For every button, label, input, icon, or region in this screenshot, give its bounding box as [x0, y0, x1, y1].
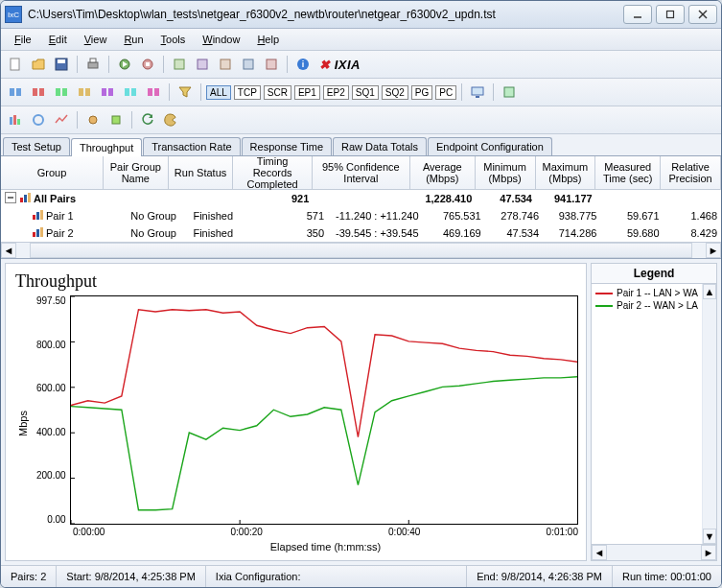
print-icon[interactable]: [82, 54, 104, 75]
run-icon[interactable]: [114, 54, 135, 75]
col-header[interactable]: Pair Group Name: [104, 156, 169, 189]
scroll-left-icon[interactable]: ◄: [592, 545, 607, 560]
table-cell: Finished: [189, 227, 251, 239]
menu-tools[interactable]: Tools: [153, 32, 194, 47]
toolbar-main: i ✖ IXIA: [1, 51, 721, 79]
group-name: All Pairs: [34, 193, 76, 204]
export-icon[interactable]: [499, 82, 520, 103]
info-icon[interactable]: i: [292, 54, 314, 75]
tool-icon-2[interactable]: [192, 54, 213, 75]
svg-point-40: [89, 116, 97, 124]
group-name: Pair 1: [46, 210, 74, 222]
pair-icon-1[interactable]: [5, 82, 26, 103]
pair-icon-6[interactable]: [120, 82, 141, 103]
menu-window[interactable]: Window: [195, 32, 247, 47]
table-cell: 47.534: [485, 227, 543, 239]
refresh-icon[interactable]: [137, 109, 158, 130]
close-button[interactable]: [688, 5, 717, 24]
results-table: GroupPair Group NameRun StatusTiming Rec…: [1, 156, 721, 259]
col-header[interactable]: Relative Precision: [661, 156, 721, 189]
col-header[interactable]: Maximum (Mbps): [536, 156, 596, 189]
menu-file[interactable]: File: [7, 32, 39, 47]
svg-rect-27: [102, 88, 106, 96]
maximize-button[interactable]: [656, 5, 685, 24]
minimize-button[interactable]: [623, 5, 652, 24]
plot-canvas[interactable]: [70, 295, 578, 525]
tool-icon-4[interactable]: [238, 54, 259, 75]
tool-icon-3[interactable]: [215, 54, 236, 75]
svg-rect-21: [33, 88, 37, 96]
view-icon-1[interactable]: [5, 109, 26, 130]
legend-item[interactable]: Pair 2 -- WAN > LAN: [595, 300, 698, 311]
pair-icon-7[interactable]: [143, 82, 164, 103]
table-row[interactable]: Pair 1No GroupFinished571-11.240 : +11.2…: [1, 207, 721, 224]
filter-tag-pc[interactable]: PC: [435, 85, 456, 100]
tab-raw-data-totals[interactable]: Raw Data Totals: [333, 137, 427, 155]
tab-endpoint-configuration[interactable]: Endpoint Configuration: [428, 137, 552, 155]
scroll-right-icon[interactable]: ►: [701, 545, 716, 560]
pair-icon-4[interactable]: [74, 82, 95, 103]
menu-help[interactable]: Help: [249, 32, 287, 47]
col-header[interactable]: Run Status: [169, 156, 234, 189]
menu-bar: FileEditViewRunToolsWindowHelp: [1, 29, 721, 51]
filter-tag-ep1[interactable]: EP1: [294, 85, 320, 100]
filter-tag-tcp[interactable]: TCP: [234, 85, 261, 100]
table-h-scrollbar[interactable]: ◄ ►: [1, 242, 721, 258]
tool-icon-1[interactable]: [169, 54, 190, 75]
col-header[interactable]: Average (Mbps): [410, 156, 476, 189]
col-header[interactable]: 95% Confidence Interval: [313, 156, 410, 189]
col-header[interactable]: Group: [1, 156, 104, 189]
svg-rect-24: [62, 88, 67, 96]
tab-response-time[interactable]: Response Time: [242, 137, 332, 155]
y-tick: 997.50: [36, 295, 66, 306]
status-end: End: 9/8/2014, 4:26:38 PM: [467, 566, 613, 587]
scroll-down-icon[interactable]: ▼: [703, 529, 716, 544]
pair-icon-3[interactable]: [51, 82, 72, 103]
scroll-up-icon[interactable]: ▲: [703, 284, 716, 299]
table-row[interactable]: All Pairs9211,228.41047.534941.177: [1, 190, 721, 207]
filter-tag-ep2[interactable]: EP2: [323, 85, 349, 100]
filter-tag-sq1[interactable]: SQ1: [352, 85, 379, 100]
group-name: Pair 2: [46, 227, 74, 239]
save-icon[interactable]: [51, 54, 72, 75]
menu-run[interactable]: Run: [116, 32, 151, 47]
new-icon[interactable]: [5, 54, 26, 75]
scroll-left-icon[interactable]: ◄: [1, 243, 16, 258]
filter-tag-sq2[interactable]: SQ2: [382, 85, 408, 100]
col-header[interactable]: Minimum (Mbps): [476, 156, 536, 189]
app-window: IxC C:\Users\Tim\Desktop\wlan_tests\netg…: [0, 0, 722, 588]
tab-transaction-rate[interactable]: Transaction Rate: [143, 137, 240, 155]
palette-icon[interactable]: [160, 109, 181, 130]
filter-tag-scr[interactable]: SCR: [264, 85, 291, 100]
monitor-icon[interactable]: [467, 82, 488, 103]
bars-icon: [19, 192, 32, 205]
pair-icon-5[interactable]: [97, 82, 118, 103]
filter-tag-all[interactable]: ALL: [206, 85, 231, 100]
svg-point-39: [34, 115, 43, 125]
table-cell: 938.775: [543, 210, 600, 222]
stop-icon[interactable]: [137, 54, 158, 75]
options-icon-1[interactable]: [82, 109, 104, 130]
svg-rect-1: [667, 12, 674, 18]
col-header[interactable]: Timing Records Completed: [233, 156, 312, 189]
tool-icon-5[interactable]: [261, 54, 282, 75]
table-header-row: GroupPair Group NameRun StatusTiming Rec…: [1, 156, 721, 190]
view-icon-2[interactable]: [28, 109, 49, 130]
col-header[interactable]: Measured Time (sec): [595, 156, 661, 189]
open-icon[interactable]: [28, 54, 49, 75]
scroll-right-icon[interactable]: ►: [706, 243, 721, 258]
filter-tag-pg[interactable]: PG: [411, 85, 432, 100]
legend-h-scrollbar[interactable]: ◄ ►: [592, 544, 716, 560]
filter-icon[interactable]: [175, 82, 196, 103]
tab-test-setup[interactable]: Test Setup: [3, 137, 70, 155]
chart-panel: Throughput Mbps 997.50800.00600.00400.00…: [5, 263, 587, 561]
menu-edit[interactable]: Edit: [41, 32, 75, 47]
table-row[interactable]: Pair 2No GroupFinished350-39.545 : +39.5…: [1, 224, 721, 242]
legend-v-scrollbar[interactable]: ▲ ▼: [702, 284, 716, 544]
tab-throughput[interactable]: Throughput: [71, 138, 142, 156]
options-icon-2[interactable]: [105, 109, 127, 130]
pair-icon-2[interactable]: [28, 82, 49, 103]
menu-view[interactable]: View: [77, 32, 115, 47]
legend-item[interactable]: Pair 1 -- LAN > WAN: [595, 288, 698, 298]
view-icon-3[interactable]: [51, 109, 72, 130]
